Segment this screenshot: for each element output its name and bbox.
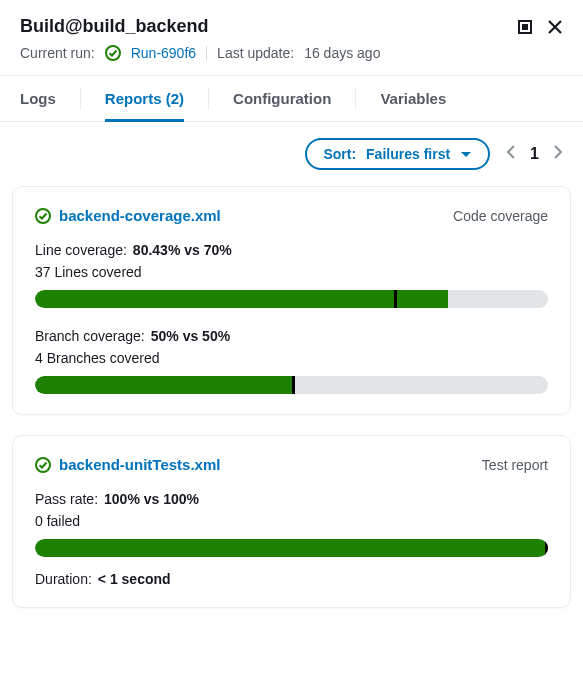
duration-label: Duration: — [35, 571, 92, 587]
pass-rate-fill — [35, 539, 548, 557]
line-coverage-bar — [35, 290, 548, 308]
pass-rate-threshold-mark — [545, 539, 548, 557]
caret-down-icon — [460, 146, 472, 162]
tab-configuration[interactable]: Configuration — [233, 76, 331, 121]
report-file-name: backend-unitTests.xml — [59, 456, 220, 473]
report-card-tests: backend-unitTests.xml Test report Pass r… — [12, 435, 571, 608]
divider — [80, 88, 81, 110]
report-file-name: backend-coverage.xml — [59, 207, 221, 224]
tab-reports-count: (2) — [166, 90, 184, 107]
line-coverage-value: 80.43% vs 70% — [133, 242, 232, 258]
last-update-value: 16 days ago — [304, 45, 380, 61]
pass-rate-bar — [35, 539, 548, 557]
success-check-icon — [105, 45, 121, 61]
lines-covered: 37 Lines covered — [35, 264, 548, 280]
page-prev-icon[interactable] — [506, 145, 516, 163]
page-number: 1 — [530, 145, 539, 163]
report-type: Code coverage — [453, 208, 548, 224]
line-coverage-label: Line coverage: — [35, 242, 127, 258]
duration-value: < 1 second — [98, 571, 171, 587]
page-next-icon[interactable] — [553, 145, 563, 163]
divider — [355, 88, 356, 110]
report-title-link[interactable]: backend-coverage.xml — [35, 207, 221, 224]
sort-value: Failures first — [366, 146, 450, 162]
branch-coverage-label: Branch coverage: — [35, 328, 145, 344]
tab-variables[interactable]: Variables — [380, 76, 446, 121]
failed-count: 0 failed — [35, 513, 548, 529]
pass-rate-value: 100% vs 100% — [104, 491, 199, 507]
sort-prefix: Sort: — [323, 146, 356, 162]
line-coverage-threshold-mark — [394, 290, 397, 308]
pass-rate-label: Pass rate: — [35, 491, 98, 507]
line-coverage-fill — [35, 290, 448, 308]
tab-reports[interactable]: Reports (2) — [105, 76, 184, 121]
branch-coverage-threshold-mark — [292, 376, 295, 394]
current-run-link[interactable]: Run-690f6 — [131, 45, 196, 61]
report-type: Test report — [482, 457, 548, 473]
branch-coverage-fill — [35, 376, 292, 394]
branch-coverage-value: 50% vs 50% — [151, 328, 230, 344]
svg-rect-1 — [522, 24, 528, 30]
current-run-label: Current run: — [20, 45, 95, 61]
sort-button[interactable]: Sort: Failures first — [305, 138, 490, 170]
report-card-coverage: backend-coverage.xml Code coverage Line … — [12, 186, 571, 415]
divider — [208, 88, 209, 110]
close-icon[interactable] — [547, 19, 563, 35]
success-check-icon — [35, 457, 51, 473]
last-update-label: Last update: — [217, 45, 294, 61]
success-check-icon — [35, 208, 51, 224]
report-title-link[interactable]: backend-unitTests.xml — [35, 456, 220, 473]
page-title: Build@build_backend — [20, 16, 209, 37]
restore-window-icon[interactable] — [517, 19, 533, 35]
branches-covered: 4 Branches covered — [35, 350, 548, 366]
tab-reports-label: Reports — [105, 90, 162, 107]
divider — [206, 46, 207, 60]
branch-coverage-bar — [35, 376, 548, 394]
tab-logs[interactable]: Logs — [20, 76, 56, 121]
